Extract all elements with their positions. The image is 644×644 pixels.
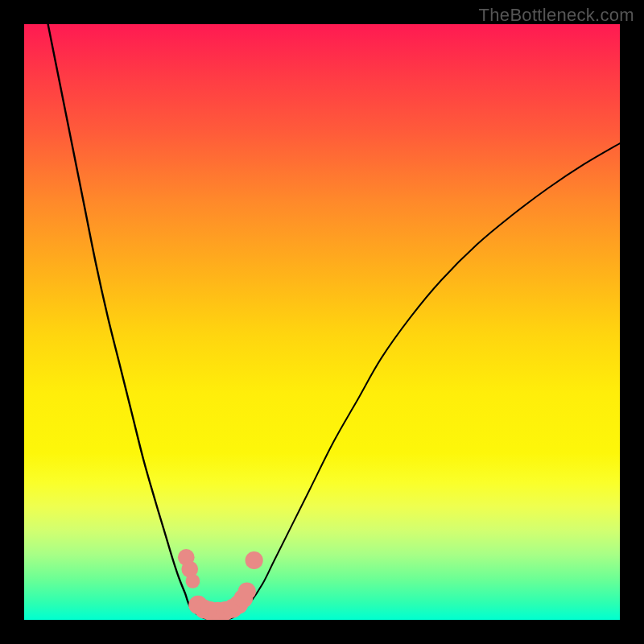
marker-dot bbox=[238, 582, 256, 600]
marker-group bbox=[178, 549, 263, 620]
curve-right-branch bbox=[238, 143, 620, 614]
plot-area bbox=[24, 24, 620, 620]
chart-frame: TheBottleneck.com bbox=[0, 0, 644, 644]
watermark-text: TheBottleneck.com bbox=[479, 5, 634, 26]
curve-group bbox=[48, 24, 620, 620]
chart-svg bbox=[24, 24, 620, 620]
curve-left-branch bbox=[48, 24, 197, 614]
marker-dot bbox=[246, 551, 263, 569]
marker-dot bbox=[186, 574, 200, 588]
